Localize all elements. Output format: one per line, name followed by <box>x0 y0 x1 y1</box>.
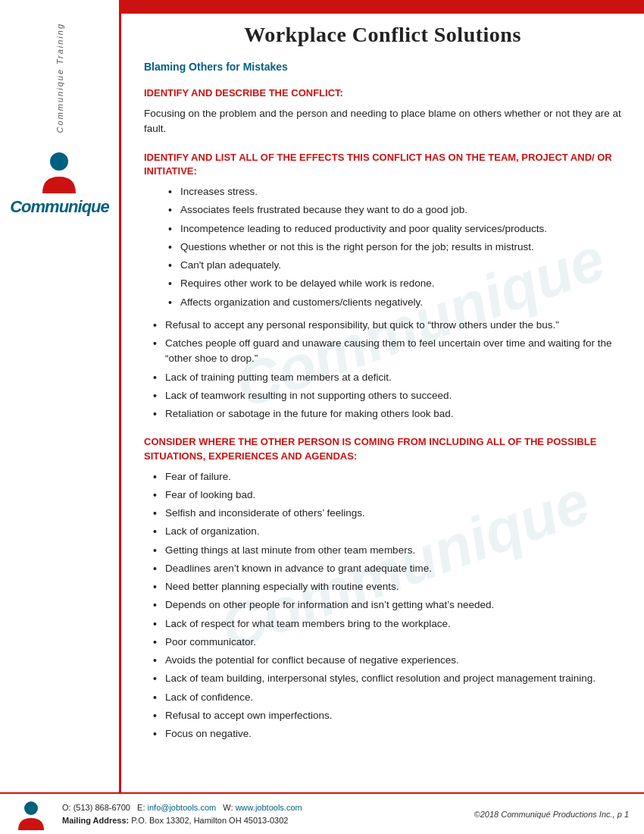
list-item: Incompetence leading to reduced producti… <box>167 221 621 237</box>
list-item: Deadlines aren’t known in advance to gra… <box>152 561 621 576</box>
sidebar-vertical-text: Communique Training <box>55 23 64 133</box>
list-item: Refusal to accept any personal responsib… <box>152 318 621 333</box>
effects-indent-list: Increases stress. Associates feels frust… <box>144 184 621 310</box>
list-item: Retaliation or sabotage in the future fo… <box>152 406 621 422</box>
list-item: Getting things at last minute from other… <box>152 543 621 558</box>
consider-list: Fear of failure. Fear of looking bad. Se… <box>144 469 621 742</box>
footer-address-label: Mailing Address: <box>62 816 129 825</box>
logo-text: Communique <box>10 197 109 217</box>
list-item: Associates feels frustrated because they… <box>167 202 621 218</box>
list-item: Lack of teamwork resulting in not suppor… <box>152 388 621 403</box>
list-item: Fear of failure. <box>152 469 621 484</box>
footer-phone: O: (513) 868-6700 <box>62 803 130 812</box>
list-item: Refusal to accept own imperfections. <box>152 708 621 723</box>
main-content: Workplace Conflict Solutions Blaming Oth… <box>125 0 644 764</box>
list-item: Poor communicator. <box>152 635 621 650</box>
list-item: Depends on other people for information … <box>152 597 621 613</box>
list-item: Catches people off guard and unaware cau… <box>152 336 621 367</box>
list-item: Fear of looking bad. <box>152 488 621 503</box>
list-item: Need better planning especially with rou… <box>152 579 621 594</box>
footer-person-icon <box>15 798 47 830</box>
footer-email: E: info@jobtools.com <box>137 803 216 812</box>
footer-address: P.O. Box 13302, Hamilton OH 45013-0302 <box>131 816 288 825</box>
list-item: Requires other work to be delayed while … <box>167 276 621 291</box>
consider-label: CONSIDER WHERE THE OTHER PERSON IS COMIN… <box>144 435 621 462</box>
footer: O: (513) 868-6700 E: info@jobtools.com W… <box>0 792 644 834</box>
list-item: Lack of team building, interpersonal sty… <box>152 671 621 686</box>
top-red-bar <box>121 0 644 14</box>
effects-label: IDENTIFY AND LIST ALL OF THE EFFECTS THI… <box>144 151 621 178</box>
sidebar: Communique Training Communique <box>0 0 121 804</box>
footer-website: W: www.jobtools.com <box>223 803 302 812</box>
svg-point-0 <box>50 152 68 171</box>
list-item: Lack of confidence. <box>152 690 621 705</box>
svg-point-1 <box>24 801 38 815</box>
list-item: Lack of organization. <box>152 524 621 539</box>
footer-logo <box>15 798 51 830</box>
section-heading: Blaming Others for Mistakes <box>144 61 621 73</box>
list-item: Lack of training putting team members at… <box>152 370 621 385</box>
list-item: Can't plan adequately. <box>167 258 621 273</box>
list-item: Lack of respect for what team members br… <box>152 616 621 632</box>
effects-toplevel-list: Refusal to accept any personal responsib… <box>144 318 621 422</box>
footer-contact: O: (513) 868-6700 E: info@jobtools.com W… <box>62 801 302 826</box>
list-item: Selfish and inconsiderate of others’ fee… <box>152 506 621 521</box>
list-item: Avoids the potential for conflict becaus… <box>152 653 621 668</box>
list-item: Increases stress. <box>167 184 621 199</box>
conflict-description: Focusing on the problem and the person a… <box>144 106 621 137</box>
page-title: Workplace Conflict Solutions <box>144 23 621 47</box>
communique-logo-icon <box>35 148 84 197</box>
list-item: Affects organization and customers/clien… <box>167 295 621 310</box>
identify-conflict-label: IDENTIFY AND DESCRIBE THE CONFLICT: <box>144 86 621 100</box>
sidebar-logo: Communique <box>10 148 109 217</box>
list-item: Focus on negative. <box>152 726 621 742</box>
list-item: Questions whether or not this is the rig… <box>167 240 621 255</box>
footer-copyright: ©2018 Communiqué Productions Inc., p 1 <box>474 810 629 819</box>
